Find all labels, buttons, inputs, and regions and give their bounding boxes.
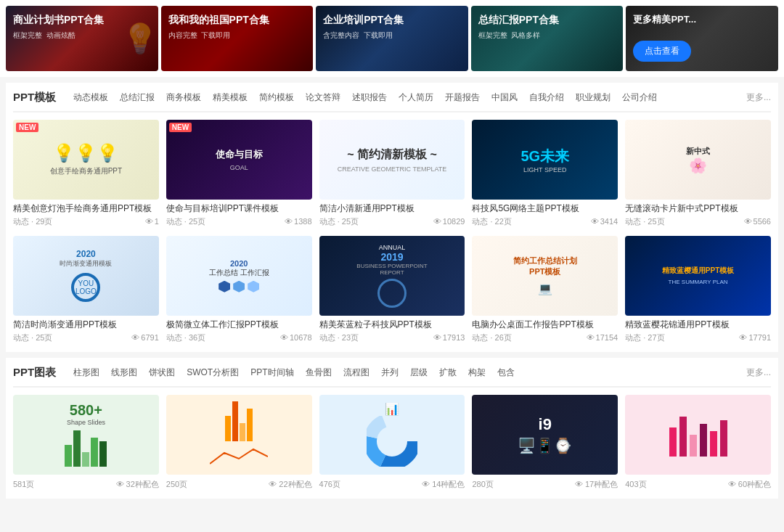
eye-icon-chart-0: 👁 xyxy=(116,480,124,488)
tab-duty[interactable]: 述职报告 xyxy=(346,90,393,105)
tab-summary[interactable]: 总结汇报 xyxy=(114,90,160,105)
tab-career[interactable]: 职业规划 xyxy=(570,90,616,105)
chart-tab-bar[interactable]: 柱形图 xyxy=(68,365,105,380)
tab-company[interactable]: 公司介绍 xyxy=(616,90,663,105)
banner-item-4[interactable]: 总结汇报PPT合集 框架完整 风格多样 xyxy=(471,6,624,71)
template-card-3[interactable]: 5G未来 LIGHT SPEED 科技风5G网络主题PPT模板 动态 · 22页… xyxy=(472,120,618,229)
chart-grid: 580+ Shape Slides 581页 👁 32种配色 xyxy=(13,388,771,499)
banner-title-2: 我和我的祖国PPT合集 xyxy=(168,13,269,28)
tab-resume[interactable]: 个人简历 xyxy=(393,90,439,105)
ppt-section-title: PPT模板 xyxy=(13,91,56,105)
template-type-pages-2: 动态 · 25页 xyxy=(319,216,359,227)
template-card-2[interactable]: ~ 简约清新模板 ~ CREATIVE GEOMETRIC TEMPLATE 简… xyxy=(319,120,465,229)
chart-card-3[interactable]: i9 🖥️📱⌚ 280页 👁 17种配色 xyxy=(472,395,618,491)
chart-tab-structure[interactable]: 构架 xyxy=(462,365,491,380)
chart-info-0: 581页 👁 32种配色 xyxy=(13,475,159,491)
template-views-2: 👁 10829 xyxy=(433,217,465,226)
banner-item-2[interactable]: 我和我的祖国PPT合集 内容完整 下载即用 xyxy=(161,6,314,71)
template-type-pages-5: 动态 · 25页 xyxy=(13,332,52,343)
tab-intro[interactable]: 自我介绍 xyxy=(523,90,570,105)
template-info-7: 精美茱蓝粒子科技风PPT模板 动态 · 23页 👁 17913 xyxy=(319,316,465,345)
template-name-9: 精致蓝樱花锦通用PPT模板 xyxy=(625,319,771,331)
chart-colors-0: 👁 32种配色 xyxy=(116,479,159,490)
tab-dynamic[interactable]: 动态模板 xyxy=(68,90,114,105)
template-card-1[interactable]: NEW 使命与目标 GOAL 使命与目标培训PPT课件模板 动态 · 25页 👁… xyxy=(166,120,312,229)
template-badge-1: NEW xyxy=(169,123,192,132)
template-grid: NEW 💡💡💡 创意手绘商务通用PPT 精美创意灯泡手绘商务通用PPT模板 动态… xyxy=(13,112,771,352)
template-meta-0: 动态 · 29页 👁 1 xyxy=(13,216,159,227)
chart-info-4: 403页 👁 60种配色 xyxy=(625,475,771,491)
template-views-4: 👁 5566 xyxy=(744,217,771,226)
eye-icon-6: 👁 xyxy=(280,333,288,342)
chart-card-1[interactable]: 250页 👁 22种配色 xyxy=(166,395,312,491)
chart-card-4[interactable]: 403页 👁 60种配色 xyxy=(625,395,771,491)
tab-china[interactable]: 中国风 xyxy=(486,90,523,105)
tab-beautiful[interactable]: 精美模板 xyxy=(207,90,253,105)
banner-item-1[interactable]: 商业计划书PPT合集 框架完整 动画炫酷 💡 xyxy=(6,6,158,71)
tab-thesis[interactable]: 论文答辩 xyxy=(300,90,346,105)
template-thumb-5: 2020 时尚渐变通用模板 YOU LOGO xyxy=(13,236,159,316)
chart-tab-flow[interactable]: 流程图 xyxy=(338,365,375,380)
template-views-1: 👁 1388 xyxy=(285,217,311,226)
chart-info-2: 476页 👁 14种配色 xyxy=(319,475,465,491)
tab-simple[interactable]: 简约模板 xyxy=(253,90,300,105)
template-name-0: 精美创意灯泡手绘商务通用PPT模板 xyxy=(13,202,159,215)
chart-tab-hierarchy[interactable]: 层级 xyxy=(404,365,433,380)
template-meta-2: 动态 · 25页 👁 10829 xyxy=(319,216,465,227)
template-card-8[interactable]: 简约工作总结计划 PPT模板 💻 电脑办公桌面工作报告PPT模板 动态 · 26… xyxy=(472,236,618,345)
template-badge-0: NEW xyxy=(16,123,38,132)
chart-tab-diffuse[interactable]: 扩散 xyxy=(433,365,462,380)
eye-icon-5: 👁 xyxy=(131,333,139,342)
template-card-7[interactable]: ANNUAL 2019 BUSINESS POWERPOINT REPORT 精… xyxy=(319,236,465,345)
chart-colors-4: 👁 60种配色 xyxy=(728,479,771,490)
chart-card-0[interactable]: 580+ Shape Slides 581页 👁 32种配色 xyxy=(13,395,159,491)
eye-icon-1: 👁 xyxy=(285,217,293,226)
tab-business[interactable]: 商务模板 xyxy=(160,90,207,105)
chart-tab-fishbone[interactable]: 鱼骨图 xyxy=(300,365,338,380)
template-card-0[interactable]: NEW 💡💡💡 创意手绘商务通用PPT 精美创意灯泡手绘商务通用PPT模板 动态… xyxy=(13,120,159,229)
chart-meta-3: 280页 👁 17种配色 xyxy=(472,479,618,490)
template-card-4[interactable]: 新中式 🌸 无缝滚动卡片新中式PPT模板 动态 · 25页 👁 5566 xyxy=(625,120,771,229)
banner-title-5: 更多精美PPT... xyxy=(633,13,771,26)
banner-item-3[interactable]: 企业培训PPT合集 含完整内容 下载即用 xyxy=(316,6,468,71)
template-card-6[interactable]: 2020 工作总结 工作汇报 极简微立体工作汇报PPT模板 动态 · 36页 👁… xyxy=(166,236,312,345)
chart-section-more[interactable]: 更多... xyxy=(746,367,771,379)
chart-tab-timeline[interactable]: PPT时间轴 xyxy=(245,365,299,380)
template-thumb-8: 简约工作总结计划 PPT模板 💻 xyxy=(472,236,618,316)
eye-icon-chart-2: 👁 xyxy=(422,480,430,488)
chart-tab-swot[interactable]: SWOT分析图 xyxy=(181,365,245,380)
banner-btn-5[interactable]: 点击查看 xyxy=(633,41,691,62)
template-meta-8: 动态 · 26页 👁 17154 xyxy=(472,332,618,343)
template-info-8: 电脑办公桌面工作报告PPT模板 动态 · 26页 👁 17154 xyxy=(472,316,618,345)
template-type-pages-1: 动态 · 25页 xyxy=(166,216,205,227)
template-meta-5: 动态 · 25页 👁 6791 xyxy=(13,332,159,343)
chart-tab-line[interactable]: 线形图 xyxy=(105,365,143,380)
chart-section-title: PPT图表 xyxy=(13,366,56,380)
template-name-1: 使命与目标培训PPT课件模板 xyxy=(166,202,312,215)
chart-tab-pie[interactable]: 饼状图 xyxy=(143,365,181,380)
chart-meta-4: 403页 👁 60种配色 xyxy=(625,479,771,490)
chart-thumb-2: 📊 xyxy=(319,395,465,475)
template-type-pages-7: 动态 · 23页 xyxy=(319,332,359,343)
template-card-5[interactable]: 2020 时尚渐变通用模板 YOU LOGO 简洁时尚渐变通用PPT模板 动态 … xyxy=(13,236,159,345)
template-thumb-9: 精致蓝樱通用PPT模板 THE SUMMARY PLAN xyxy=(625,236,771,316)
template-name-3: 科技风5G网络主题PPT模板 xyxy=(472,202,618,215)
chart-tab-contain[interactable]: 包含 xyxy=(491,365,520,380)
chart-tab-parallel[interactable]: 并列 xyxy=(375,365,404,380)
template-card-9[interactable]: 精致蓝樱通用PPT模板 THE SUMMARY PLAN 精致蓝樱花锦通用PPT… xyxy=(625,236,771,345)
ppt-section-more[interactable]: 更多... xyxy=(746,91,771,104)
ppt-chart-section: PPT图表 柱形图 线形图 饼状图 SWOT分析图 PPT时间轴 鱼骨图 流程图… xyxy=(6,358,778,499)
template-info-9: 精致蓝樱花锦通用PPT模板 动态 · 27页 👁 17791 xyxy=(625,316,771,345)
chart-pages-4: 403页 xyxy=(625,479,646,490)
chart-card-2[interactable]: 📊 476页 👁 14种配色 xyxy=(319,395,465,491)
ppt-template-section: PPT模板 动态模板 总结汇报 商务模板 精美模板 简约模板 论文答辩 述职报告… xyxy=(6,83,778,352)
template-type-pages-4: 动态 · 25页 xyxy=(625,216,664,227)
banner-item-5[interactable]: 更多精美PPT... 点击查看 xyxy=(626,6,778,71)
template-type-pages-3: 动态 · 22页 xyxy=(472,216,511,227)
template-thumb-0: NEW 💡💡💡 创意手绘商务通用PPT xyxy=(13,120,159,200)
template-views-3: 👁 3414 xyxy=(591,217,618,226)
template-views-8: 👁 17154 xyxy=(587,333,618,342)
template-meta-4: 动态 · 25页 👁 5566 xyxy=(625,216,771,227)
template-name-7: 精美茱蓝粒子科技风PPT模板 xyxy=(319,319,465,331)
tab-report[interactable]: 开题报告 xyxy=(439,90,486,105)
